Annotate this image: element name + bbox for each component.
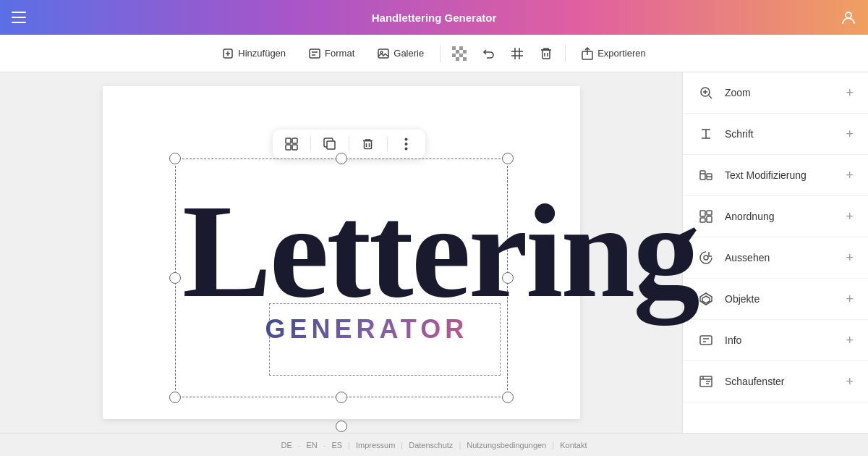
objekte-expand[interactable]: + xyxy=(846,292,854,307)
svg-rect-14 xyxy=(456,50,459,54)
info-label: Info xyxy=(725,334,846,346)
footer-lang-en[interactable]: EN xyxy=(306,441,317,449)
checkerboard-button[interactable] xyxy=(446,41,472,67)
svg-rect-53 xyxy=(707,216,712,222)
handle-bottom-right[interactable] xyxy=(502,392,514,403)
lettering-text[interactable]: Lettering xyxy=(175,173,508,332)
gallery-button[interactable]: Galerie xyxy=(367,43,434,64)
format-button[interactable]: Format xyxy=(299,43,365,64)
header: Handlettering Generator xyxy=(0,0,868,35)
panel-item-objekte[interactable]: Objekte + xyxy=(683,279,868,320)
anordnung-expand[interactable]: + xyxy=(846,209,854,224)
panel-item-info[interactable]: Info + xyxy=(683,320,868,361)
schrift-expand[interactable]: + xyxy=(846,127,854,142)
svg-rect-18 xyxy=(456,57,459,61)
svg-point-39 xyxy=(405,148,408,151)
footer: DE - EN - ES | Impressum | Datenschutz |… xyxy=(0,433,868,456)
svg-rect-0 xyxy=(12,12,26,13)
handle-bottom-center[interactable] xyxy=(336,392,347,403)
ctx-divider-2 xyxy=(349,137,349,151)
app-title: Handlettering Generator xyxy=(372,12,497,24)
panel-item-text-modifizierung[interactable]: Text Modifizierung + xyxy=(683,155,868,196)
menu-icon[interactable] xyxy=(12,12,26,23)
selection-area[interactable]: Lettering GENERATOR xyxy=(175,159,508,397)
zoom-label: Zoom xyxy=(725,87,846,98)
toolbar-divider-2 xyxy=(565,45,566,62)
svg-rect-12 xyxy=(452,46,456,50)
aussehen-icon xyxy=(697,249,715,266)
anordnung-icon xyxy=(697,208,715,225)
svg-point-3 xyxy=(846,12,851,18)
footer-nutzungsbedingungen[interactable]: Nutzungsbedingungen xyxy=(467,441,546,449)
svg-rect-34 xyxy=(365,140,372,148)
svg-rect-7 xyxy=(310,49,320,58)
text-mod-expand[interactable]: + xyxy=(846,168,854,183)
add-button[interactable]: Hinzufügen xyxy=(212,43,296,64)
objekte-label: Objekte xyxy=(725,293,846,305)
handle-top-left[interactable] xyxy=(169,153,181,164)
svg-rect-31 xyxy=(286,145,291,150)
ctx-delete-button[interactable] xyxy=(358,134,378,154)
svg-rect-54 xyxy=(707,211,712,215)
svg-marker-58 xyxy=(702,296,710,303)
toolbar: Hinzufügen Format Galerie xyxy=(0,35,868,72)
panel-item-anordnung[interactable]: Anordnung + xyxy=(683,196,868,237)
svg-rect-16 xyxy=(452,54,456,57)
svg-rect-10 xyxy=(378,49,388,58)
ctx-divider-3 xyxy=(387,137,388,151)
objekte-icon xyxy=(697,290,715,308)
schaufenster-label: Schaufenster xyxy=(725,376,846,387)
svg-rect-1 xyxy=(12,17,26,18)
delete-button[interactable] xyxy=(533,41,559,67)
ctx-more-button[interactable] xyxy=(396,134,417,154)
footer-datenschutz[interactable]: Datenschutz xyxy=(409,441,453,449)
footer-lang-es[interactable]: ES xyxy=(331,441,342,449)
anordnung-label: Anordnung xyxy=(725,211,846,222)
context-toolbar xyxy=(273,130,425,159)
aussehen-expand[interactable]: + xyxy=(846,250,854,266)
svg-line-42 xyxy=(709,96,712,98)
handle-top-right[interactable] xyxy=(502,153,514,164)
zoom-expand[interactable]: + xyxy=(846,85,854,101)
text-mod-label: Text Modifizierung xyxy=(725,169,846,181)
grid-button[interactable] xyxy=(504,41,530,67)
text-mod-icon xyxy=(697,166,715,184)
svg-point-56 xyxy=(704,256,708,260)
schrift-icon xyxy=(697,125,715,143)
aussehen-label: Aussehen xyxy=(725,252,846,263)
svg-rect-2 xyxy=(12,22,26,23)
info-expand[interactable]: + xyxy=(846,333,854,348)
ctx-divider xyxy=(310,137,311,151)
right-panel: Zoom + Schrift + xyxy=(682,72,868,433)
panel-item-aussehen[interactable]: Aussehen + xyxy=(683,237,868,279)
export-button[interactable]: Exportieren xyxy=(571,43,655,64)
handle-rotate[interactable] xyxy=(336,421,347,432)
svg-rect-29 xyxy=(286,138,291,143)
footer-lang-de[interactable]: DE xyxy=(281,441,292,449)
zoom-icon xyxy=(697,84,715,101)
svg-rect-15 xyxy=(463,50,467,54)
svg-rect-55 xyxy=(700,218,705,222)
toolbar-divider-1 xyxy=(440,45,441,62)
schrift-label: Schrift xyxy=(725,128,846,140)
generator-text[interactable]: GENERATOR xyxy=(265,314,469,345)
canvas[interactable]: Lettering GENERATOR xyxy=(103,86,580,419)
canvas-area[interactable]: Lettering GENERATOR xyxy=(0,72,682,433)
panel-item-zoom[interactable]: Zoom + xyxy=(683,72,868,114)
schaufenster-expand[interactable]: + xyxy=(846,374,854,389)
ctx-select-button[interactable] xyxy=(281,134,302,154)
handle-top-center[interactable] xyxy=(336,153,347,164)
footer-kontakt[interactable]: Kontakt xyxy=(560,441,587,449)
panel-item-schaufenster[interactable]: Schaufenster + xyxy=(683,361,868,402)
undo-button[interactable] xyxy=(475,41,501,67)
handle-bottom-left[interactable] xyxy=(169,392,181,403)
panel-item-schrift[interactable]: Schrift + xyxy=(683,114,868,155)
svg-text:Lettering: Lettering xyxy=(182,177,699,326)
footer-impressum[interactable]: Impressum xyxy=(356,441,395,449)
svg-rect-19 xyxy=(463,57,467,61)
svg-rect-52 xyxy=(700,211,705,216)
info-icon xyxy=(697,332,715,349)
user-icon[interactable] xyxy=(841,9,856,25)
svg-rect-48 xyxy=(700,171,705,180)
ctx-copy-button[interactable] xyxy=(320,134,340,154)
